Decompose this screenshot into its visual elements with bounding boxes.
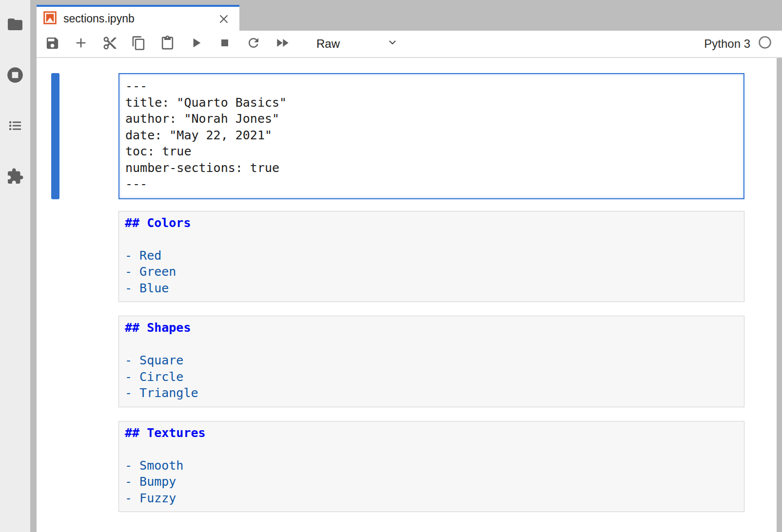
folder-icon <box>6 16 24 35</box>
markdown-cell[interactable]: ## Textures- Smooth- Bumpy- Fuzzy <box>37 421 777 513</box>
run-all-button[interactable] <box>274 36 291 52</box>
code-line: author: "Norah Jones" <box>125 111 738 127</box>
run-icon <box>188 35 204 53</box>
code-line: - Blue <box>125 280 738 297</box>
kernel-indicator[interactable]: Python 3 <box>704 36 772 52</box>
notebook-icon <box>43 11 57 26</box>
raw-cell[interactable]: ---title: "Quarto Basics"author: "Norah … <box>37 73 777 199</box>
cell-collapser[interactable] <box>51 421 59 513</box>
sidebar-item-file-browser[interactable] <box>0 0 30 51</box>
cell-collapser[interactable] <box>51 211 59 303</box>
copy-cell-button[interactable] <box>130 36 147 52</box>
save-icon <box>45 36 60 53</box>
tab-sections-ipynb[interactable]: sections.ipynb <box>37 5 239 31</box>
code-line: - Triangle <box>125 385 738 401</box>
cell-editor[interactable]: ---title: "Quarto Basics"author: "Norah … <box>118 73 744 199</box>
code-line: --- <box>125 78 738 95</box>
code-line: - Fuzzy <box>125 490 738 507</box>
code-line: - Green <box>125 264 738 280</box>
list-icon <box>7 117 23 136</box>
interrupt-kernel-button[interactable] <box>216 36 233 52</box>
code-line: - Bumpy <box>125 474 738 490</box>
notebook-toolbar: Raw Python 3 <box>37 31 782 58</box>
restart-icon <box>246 36 261 52</box>
cell-type-dropdown[interactable]: Raw <box>316 37 398 51</box>
markdown-cell[interactable]: ## Shapes- Square- Circle- Triangle <box>37 316 777 407</box>
code-line: ## Colors <box>125 215 738 231</box>
run-cell-button[interactable] <box>188 36 204 52</box>
stop-icon <box>218 36 232 52</box>
cell-editor[interactable]: ## Shapes- Square- Circle- Triangle <box>118 316 744 407</box>
paste-icon <box>160 36 175 53</box>
main-panel: sections.ipynb <box>37 0 782 532</box>
markdown-cell[interactable]: ## Colors- Red- Green- Blue <box>37 211 777 303</box>
code-line: - Red <box>125 247 738 264</box>
code-line: date: "May 22, 2021" <box>125 127 738 144</box>
chevron-down-icon <box>387 37 398 51</box>
kernel-idle-circle-icon <box>758 36 772 52</box>
code-line: - Smooth <box>125 457 738 474</box>
code-line <box>125 336 738 353</box>
right-edge-strip <box>777 58 782 532</box>
activity-sidebar <box>0 0 30 532</box>
code-line: - Circle <box>125 369 738 385</box>
code-line <box>125 441 738 457</box>
tab-title: sections.ipynb <box>63 12 210 25</box>
sidebar-item-running-kernels[interactable] <box>0 51 30 101</box>
kernel-name: Python 3 <box>704 37 750 51</box>
code-line: ## Textures <box>125 425 738 441</box>
fast-forward-icon <box>274 35 290 53</box>
plus-icon <box>73 35 89 53</box>
stop-circle-icon <box>6 66 24 86</box>
cell-collapser[interactable] <box>51 73 59 199</box>
save-button[interactable] <box>44 36 60 52</box>
code-line: title: "Quarto Basics" <box>125 95 738 111</box>
close-icon[interactable] <box>217 12 231 26</box>
cell-editor[interactable]: ## Colors- Red- Green- Blue <box>118 211 744 303</box>
code-line <box>125 231 738 247</box>
sidebar-divider <box>30 0 37 532</box>
code-line: number-sections: true <box>125 160 738 176</box>
notebook-content: ---title: "Quarto Basics"author: "Norah … <box>37 58 777 532</box>
copy-icon <box>131 36 146 53</box>
code-line: --- <box>125 176 738 192</box>
puzzle-icon <box>6 168 24 187</box>
cell-type-value: Raw <box>316 37 340 51</box>
sidebar-item-extensions[interactable] <box>0 152 30 203</box>
cell-collapser[interactable] <box>51 316 59 407</box>
paste-cell-button[interactable] <box>159 36 176 52</box>
code-line: - Square <box>125 352 738 369</box>
cut-icon <box>102 36 117 53</box>
cut-cell-button[interactable] <box>101 36 118 52</box>
insert-cell-button[interactable] <box>73 36 89 52</box>
cell-list: ---title: "Quarto Basics"author: "Norah … <box>37 73 777 512</box>
restart-kernel-button[interactable] <box>245 36 262 52</box>
cell-editor[interactable]: ## Textures- Smooth- Bumpy- Fuzzy <box>118 421 744 513</box>
code-line: toc: true <box>125 143 738 160</box>
sidebar-item-table-of-contents[interactable] <box>0 101 30 152</box>
tab-bar: sections.ipynb <box>37 0 782 31</box>
code-line: ## Shapes <box>125 320 738 336</box>
